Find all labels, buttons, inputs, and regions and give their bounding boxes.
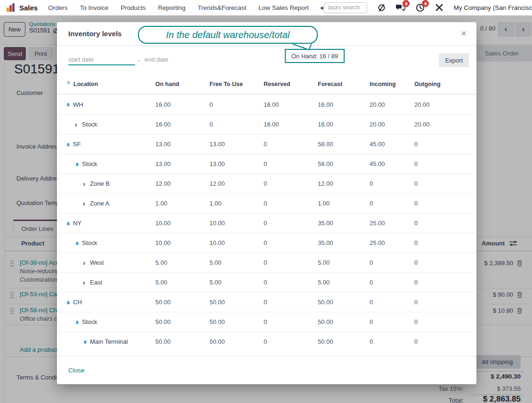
forecast-value: 35.00 [318, 220, 370, 227]
reserved-value: 0 [264, 220, 318, 227]
app-name[interactable]: Sales [19, 4, 38, 12]
table-row[interactable]: Zone B 12.00 12.00 0 12.00 0 0 [57, 174, 476, 193]
export-button[interactable]: Export [439, 53, 469, 67]
free-to-use-value: 13.00 [210, 160, 264, 167]
table-row[interactable]: West 5.00 5.00 0 5.00 0 0 [57, 253, 476, 272]
menu-item[interactable]: Trends&Forecast [198, 4, 246, 11]
column-header-forecast[interactable]: Forecast [318, 81, 370, 87]
outgoing-value: 20.00 [414, 121, 468, 128]
table-row[interactable]: Stock 50.00 50.00 0 50.00 0 0 [57, 312, 476, 332]
sales-app-logo-icon[interactable] [7, 3, 15, 12]
inventory-levels-dialog: Inventory levels × In the default wareho… [57, 22, 476, 384]
free-to-use-value: 13.00 [210, 141, 264, 148]
on-hand-value: 13.00 [155, 141, 210, 148]
column-header-location[interactable]: Location [73, 81, 98, 87]
outgoing-value: 0 [414, 259, 468, 266]
reserved-value: 0 [264, 318, 318, 325]
free-to-use-value: 10.00 [210, 220, 264, 227]
location-cell: Stock [66, 120, 155, 128]
expand-caret-icon[interactable] [83, 180, 90, 188]
expand-caret-icon[interactable] [75, 120, 82, 128]
activities-badge: 8 [422, 0, 429, 7]
forecast-value: 58.00 [318, 160, 370, 167]
tools-icon[interactable] [434, 2, 444, 13]
outgoing-value: 0 [414, 338, 468, 345]
table-row[interactable]: NY 10.00 10.00 0 35.00 25.00 0 [57, 213, 476, 233]
location-cell: Stock [66, 318, 155, 325]
column-header-incoming[interactable]: Incoming [370, 81, 414, 87]
discuss-icon[interactable] [376, 2, 387, 13]
close-icon[interactable]: × [458, 27, 470, 40]
outgoing-value: 0 [414, 200, 468, 207]
on-hand-value: 50.00 [155, 338, 210, 345]
forecast-value: 58.00 [318, 141, 370, 148]
column-header-reserved[interactable]: Reserved [264, 81, 318, 87]
on-hand-value: 13.00 [155, 160, 210, 167]
expand-caret-icon[interactable] [83, 199, 90, 207]
on-hand-value: 50.00 [155, 318, 210, 325]
company-switcher[interactable]: My Company (San Francisco) [453, 4, 532, 11]
tooltip-text: In the default warehouse/total [166, 30, 290, 40]
start-date-input[interactable] [68, 56, 135, 65]
column-header-free-to-use[interactable]: Free To Use [210, 81, 264, 87]
activities-clock-icon[interactable]: 8 [415, 2, 425, 13]
expand-caret-icon[interactable] [83, 339, 90, 345]
menu-item[interactable]: Reporting [158, 4, 186, 11]
menu-item[interactable]: To Invoice [80, 4, 108, 11]
collapse-all-icon[interactable]: » [65, 81, 73, 87]
table-row[interactable]: CH 50.00 50.00 0 50.00 0 0 [57, 292, 476, 312]
date-range-separator: - [138, 57, 140, 64]
outgoing-value: 0 [414, 180, 468, 187]
end-date-input[interactable] [145, 56, 201, 63]
inventory-table-header: » Location On hand Free To Use Reserved … [57, 74, 476, 95]
location-label: SF [73, 141, 81, 148]
incoming-value: 45.00 [370, 141, 414, 148]
expand-caret-icon[interactable] [66, 299, 73, 306]
add-menu-button[interactable]: + [320, 4, 324, 12]
menu-item[interactable]: Orders [48, 4, 67, 11]
expand-caret-icon[interactable] [83, 278, 90, 286]
expand-caret-icon[interactable] [75, 319, 82, 325]
onboarding-tooltip: In the default warehouse/total [138, 26, 318, 44]
expand-caret-icon[interactable] [75, 161, 82, 167]
table-row[interactable]: Stock 16.00 0 16.00 16.00 20.00 20.00 [57, 114, 476, 134]
column-header-outgoing[interactable]: Outgoing [414, 81, 468, 87]
outgoing-value: 0 [414, 299, 468, 306]
inventory-rows: WH 16.00 0 16.00 16.00 20.00 20.00 Stock… [57, 95, 476, 351]
outgoing-value: 0 [414, 220, 468, 227]
menu-item[interactable]: Products [121, 4, 145, 11]
table-row[interactable]: East 5.00 5.00 0 5.00 0 0 [57, 272, 476, 292]
column-header-on-hand[interactable]: On hand [155, 81, 210, 87]
table-row[interactable]: Zone A 1.00 1.00 0 1.00 0 0 [57, 193, 476, 213]
table-row[interactable]: Main Terminal 50.00 50.00 0 50.00 0 0 [57, 332, 476, 351]
reserved-value: 0 [264, 200, 318, 207]
outgoing-value: 20.00 [414, 101, 468, 108]
messages-icon[interactable]: 9 [395, 2, 406, 13]
forecast-value: 16.00 [318, 101, 370, 108]
location-label: Main Terminal [90, 338, 128, 345]
expand-caret-icon[interactable] [66, 141, 73, 148]
reserved-value: 16.00 [264, 121, 318, 128]
outgoing-value: 0 [414, 141, 468, 148]
expand-caret-icon[interactable] [66, 101, 73, 108]
incoming-value: 0 [370, 318, 414, 325]
location-cell: SF [66, 141, 155, 148]
incoming-value: 0 [370, 338, 414, 345]
location-cell: West [66, 259, 155, 267]
table-row[interactable]: SF 13.00 13.00 0 58.00 45.00 0 [57, 134, 476, 154]
messages-badge: 9 [403, 0, 410, 7]
menu-item[interactable]: Low Sales Report [258, 4, 309, 11]
table-row[interactable]: Stock 13.00 13.00 0 58.00 45.00 0 [57, 154, 476, 174]
on-hand-value: 5.00 [155, 279, 210, 286]
close-button[interactable]: Close [68, 367, 85, 374]
tasks-search-input[interactable] [324, 2, 367, 13]
table-row[interactable]: Stock 10.00 10.00 0 35.00 25.00 0 [57, 233, 476, 253]
location-label: East [90, 279, 102, 286]
expand-caret-icon[interactable] [66, 220, 73, 227]
incoming-value: 0 [370, 259, 414, 266]
outgoing-value: 0 [414, 279, 468, 286]
expand-caret-icon[interactable] [75, 240, 82, 246]
table-row[interactable]: WH 16.00 0 16.00 16.00 20.00 20.00 [57, 95, 476, 114]
expand-caret-icon[interactable] [83, 259, 90, 267]
on-hand-value: 10.00 [155, 220, 210, 227]
